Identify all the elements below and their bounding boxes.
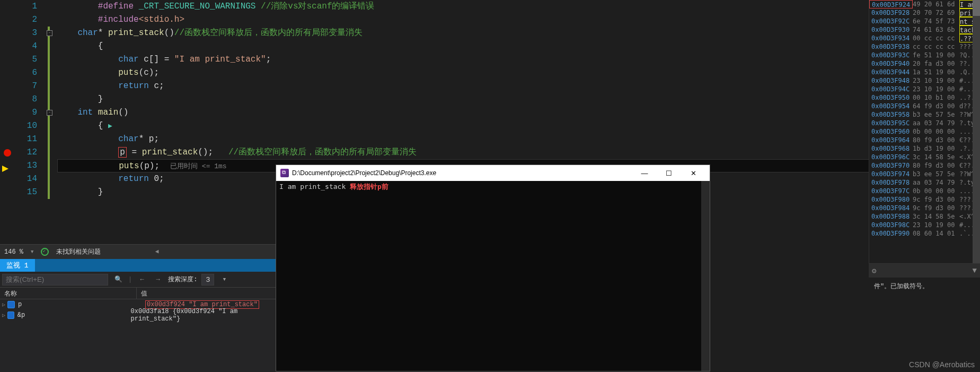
memory-hex: 1b d3 19 00 [913,144,959,153]
minimize-button[interactable]: — [632,165,657,181]
memory-address: 0x00D3F940 [869,59,913,68]
memory-address: 0x00D3F938 [869,42,913,51]
memory-row[interactable]: 0x00D3F94C23 10 19 00#... [869,85,980,93]
nav-right-icon[interactable]: → [152,274,164,286]
expand-icon[interactable]: ▷ [2,301,5,308]
memory-hex: 9c f9 d3 00 [913,195,959,204]
memory-address: 0x00D3F968 [869,144,913,153]
memory-address: 0x00D3F980 [869,195,913,204]
memory-row[interactable]: 0x00D3F95000 10 b1 00..?. [869,93,980,102]
watch-toolbar: 🔍 | ← → 搜索深度: ▼ [0,272,276,288]
memory-row[interactable]: 0x00D3F97C0b 00 00 00.... [869,187,980,195]
memory-row[interactable]: 0x00D3F99008 60 14 01.`..` [869,229,980,238]
watch-col-name[interactable]: 名称 [0,288,137,299]
watch-var-name: p [18,301,145,308]
memory-address: 0x00D3F97C [869,187,913,195]
console-text-highlight: 释放指针p前 [350,183,389,191]
variable-icon [7,301,15,308]
expand-icon[interactable]: ▷ [2,312,5,318]
memory-row[interactable]: 0x00D3F96C3c 14 58 5e<.X^ [869,153,980,161]
memory-row[interactable]: 0x00D3F93Cfe 51 19 00?Q.. [869,51,980,59]
memory-hex: 3c 14 58 5e [913,212,959,221]
memory-address: 0x00D3F944 [869,68,913,76]
memory-row[interactable]: 0x00D3F958b3 ee 57 5e??W^ [869,110,980,119]
watch-tab-1[interactable]: 监视 1 [0,259,35,272]
depth-dropdown-icon[interactable]: ▼ [218,274,230,286]
watch-var-value: 0x00d3fa18 {0x00d3f924 "I am print_stack… [131,308,273,323]
memory-hex: 1a 51 19 00 [913,68,959,76]
watch-var-name: &p [17,312,131,319]
memory-address: 0x00D3F93C [869,51,913,59]
memory-address: 0x00D3F958 [869,110,913,119]
memory-address: 0x00D3F96C [869,153,913,161]
memory-row[interactable]: 0x00D3F978aa 03 74 79?.ty [869,178,980,187]
watch-row[interactable]: ▷&p0x00d3fa18 {0x00d3f924 "I am print_st… [0,310,276,321]
console-scrollbar[interactable] [701,181,710,371]
watch-headers: 名称 值 [0,288,276,299]
memory-row[interactable]: 0x00D3F94823 10 19 00#... [869,76,980,85]
memory-hex: 0b 00 00 00 [913,187,959,195]
memory-hex: 20 70 72 69 [913,8,959,17]
memory-hex: b3 ee 57 5e [913,170,959,178]
issues-ok-icon [41,248,49,256]
memory-row[interactable]: 0x00D3F938cc cc cc cc???? [869,42,980,51]
close-button[interactable]: ✕ [681,165,705,181]
memory-row[interactable]: 0x00D3F974b3 ee 57 5e??W^ [869,170,980,178]
panel-divider-icon[interactable]: ◀ [152,246,162,256]
memory-address: 0x00D3F924 [869,0,913,8]
memory-row[interactable]: 0x00D3F9809c f9 d3 00???. [869,195,980,204]
memory-hex: 00 10 b1 00 [913,93,959,102]
search-icon[interactable]: 🔍 [112,274,124,286]
memory-row[interactable]: 0x00D3F92820 70 72 69 pri [869,8,980,17]
bottom-panel: 146 % ▼ 未找到相关问题 监视 1 🔍 | ← → 搜索深度: ▼ 名称 … [0,244,276,372]
console-app-icon [280,169,289,177]
memory-address: 0x00D3F95C [869,119,913,127]
memory-scroll-thumb[interactable] [973,0,980,16]
console-titlebar[interactable]: D:\Document\project2\Project2\Debug\Proj… [276,165,710,181]
search-input[interactable] [2,274,108,286]
memory-row[interactable]: 0x00D3F93400 cc cc cc.??? [869,34,980,42]
memory-row[interactable]: 0x00D3F95464 f9 d3 00d??. [869,102,980,110]
depth-input[interactable] [201,274,214,286]
memory-row[interactable]: 0x00D3F93074 61 63 6btack [869,25,980,34]
watch-tabs: 监视 1 [0,259,276,272]
line-numbers: 123456789101112131415 [15,0,47,244]
memory-hex: fe 51 19 00 [913,51,959,59]
memory-row[interactable]: 0x00D3F97080 f9 d3 00€??. [869,161,980,170]
memory-row[interactable]: 0x00D3F98C23 10 19 00#... [869,221,980,229]
memory-address: 0x00D3F934 [869,34,913,42]
memory-row[interactable]: 0x00D3F92449 20 61 6dI am [869,0,980,8]
gutter[interactable]: -- [47,0,57,244]
memory-row[interactable]: 0x00D3F9600b 00 00 00.... [869,127,980,136]
nav-left-icon[interactable]: ← [136,274,148,286]
memory-hex: 00 cc cc cc [913,34,959,42]
memory-address: 0x00D3F98C [869,221,913,229]
watch-col-value[interactable]: 值 [137,288,276,299]
memory-address: 0x00D3F974 [869,170,913,178]
memory-row[interactable]: 0x00D3F95Caa 03 74 79?.ty [869,119,980,127]
memory-row[interactable]: 0x00D3F9441a 51 19 00.Q.. [869,68,980,76]
zoom-level[interactable]: 146 % [4,248,23,256]
console-text: I am print_stack [279,183,346,191]
memory-scrollbar[interactable] [973,0,980,263]
zoom-dropdown-icon[interactable]: ▼ [31,249,33,255]
memory-row[interactable]: 0x00D3F9849c f9 d3 00???. [869,204,980,212]
depth-label: 搜索深度: [168,275,197,284]
breakpoint-margin[interactable] [0,0,15,244]
maximize-button[interactable]: ☐ [657,165,681,181]
memory-hex: 23 10 19 00 [913,76,959,85]
console-title: D:\Document\project2\Project2\Debug\Proj… [292,169,436,177]
memory-address: 0x00D3F978 [869,178,913,187]
output-dropdown-icon[interactable]: ▼ [973,266,977,275]
memory-row[interactable]: 0x00D3F94020 fa d3 00 ??. [869,59,980,68]
memory-row[interactable]: 0x00D3F9681b d3 19 00.?.. [869,144,980,153]
output-settings-icon[interactable]: ⚙ [872,266,876,275]
output-text: 件"。已加载符号。 [869,278,980,295]
memory-row[interactable]: 0x00D3F9883c 14 58 5e<.X^ [869,212,980,221]
issues-text[interactable]: 未找到相关问题 [56,247,101,256]
console-window[interactable]: D:\Document\project2\Project2\Debug\Proj… [276,165,710,371]
memory-row[interactable]: 0x00D3F96480 f9 d3 00€??. [869,136,980,144]
memory-address: 0x00D3F94C [869,85,913,93]
memory-hex: 74 61 63 6b [913,25,959,34]
memory-row[interactable]: 0x00D3F92C6e 74 5f 73nt_s [869,17,980,25]
